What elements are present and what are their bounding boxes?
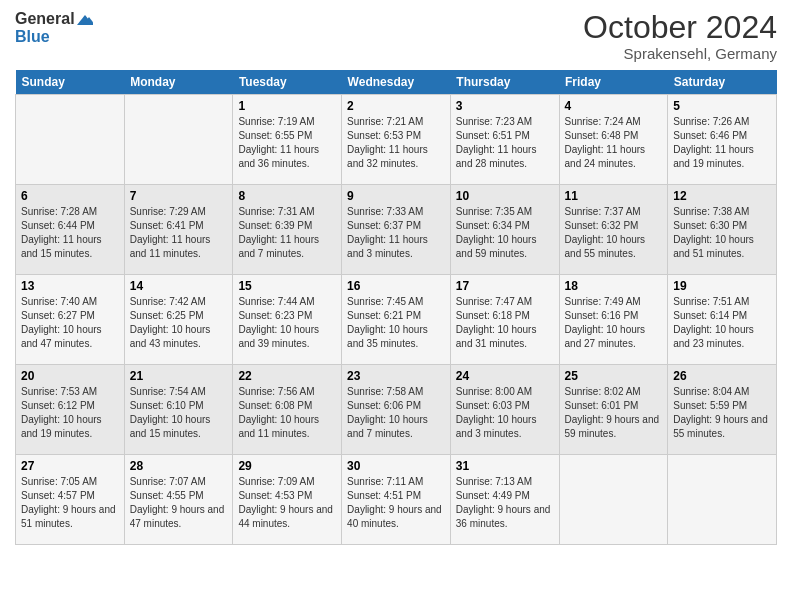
- cell-w5-d1: 27Sunrise: 7:05 AM Sunset: 4:57 PM Dayli…: [16, 455, 125, 545]
- day-number: 15: [238, 279, 336, 293]
- day-number: 23: [347, 369, 445, 383]
- cell-w4-d6: 25Sunrise: 8:02 AM Sunset: 6:01 PM Dayli…: [559, 365, 668, 455]
- cell-w4-d7: 26Sunrise: 8:04 AM Sunset: 5:59 PM Dayli…: [668, 365, 777, 455]
- day-number: 19: [673, 279, 771, 293]
- day-info: Sunrise: 7:51 AM Sunset: 6:14 PM Dayligh…: [673, 295, 771, 351]
- logo-blue: Blue: [15, 28, 93, 46]
- day-number: 8: [238, 189, 336, 203]
- day-info: Sunrise: 7:05 AM Sunset: 4:57 PM Dayligh…: [21, 475, 119, 531]
- day-number: 29: [238, 459, 336, 473]
- week-row-4: 20Sunrise: 7:53 AM Sunset: 6:12 PM Dayli…: [16, 365, 777, 455]
- cell-w1-d3: 1Sunrise: 7:19 AM Sunset: 6:55 PM Daylig…: [233, 95, 342, 185]
- day-number: 5: [673, 99, 771, 113]
- day-info: Sunrise: 7:09 AM Sunset: 4:53 PM Dayligh…: [238, 475, 336, 531]
- cell-w5-d2: 28Sunrise: 7:07 AM Sunset: 4:55 PM Dayli…: [124, 455, 233, 545]
- cell-w4-d3: 22Sunrise: 7:56 AM Sunset: 6:08 PM Dayli…: [233, 365, 342, 455]
- day-info: Sunrise: 7:42 AM Sunset: 6:25 PM Dayligh…: [130, 295, 228, 351]
- cell-w5-d5: 31Sunrise: 7:13 AM Sunset: 4:49 PM Dayli…: [450, 455, 559, 545]
- cell-w4-d4: 23Sunrise: 7:58 AM Sunset: 6:06 PM Dayli…: [342, 365, 451, 455]
- day-number: 11: [565, 189, 663, 203]
- day-info: Sunrise: 7:24 AM Sunset: 6:48 PM Dayligh…: [565, 115, 663, 171]
- day-info: Sunrise: 7:11 AM Sunset: 4:51 PM Dayligh…: [347, 475, 445, 531]
- day-number: 10: [456, 189, 554, 203]
- cell-w1-d1: [16, 95, 125, 185]
- day-info: Sunrise: 7:07 AM Sunset: 4:55 PM Dayligh…: [130, 475, 228, 531]
- day-info: Sunrise: 7:38 AM Sunset: 6:30 PM Dayligh…: [673, 205, 771, 261]
- title-block: October 2024 Sprakensehl, Germany: [583, 10, 777, 62]
- day-number: 25: [565, 369, 663, 383]
- day-info: Sunrise: 7:44 AM Sunset: 6:23 PM Dayligh…: [238, 295, 336, 351]
- day-info: Sunrise: 7:35 AM Sunset: 6:34 PM Dayligh…: [456, 205, 554, 261]
- day-number: 14: [130, 279, 228, 293]
- cell-w1-d6: 4Sunrise: 7:24 AM Sunset: 6:48 PM Daylig…: [559, 95, 668, 185]
- day-info: Sunrise: 7:21 AM Sunset: 6:53 PM Dayligh…: [347, 115, 445, 171]
- day-info: Sunrise: 7:45 AM Sunset: 6:21 PM Dayligh…: [347, 295, 445, 351]
- cell-w3-d6: 18Sunrise: 7:49 AM Sunset: 6:16 PM Dayli…: [559, 275, 668, 365]
- cell-w3-d3: 15Sunrise: 7:44 AM Sunset: 6:23 PM Dayli…: [233, 275, 342, 365]
- day-info: Sunrise: 7:40 AM Sunset: 6:27 PM Dayligh…: [21, 295, 119, 351]
- cell-w2-d7: 12Sunrise: 7:38 AM Sunset: 6:30 PM Dayli…: [668, 185, 777, 275]
- day-info: Sunrise: 7:37 AM Sunset: 6:32 PM Dayligh…: [565, 205, 663, 261]
- cell-w5-d7: [668, 455, 777, 545]
- week-row-3: 13Sunrise: 7:40 AM Sunset: 6:27 PM Dayli…: [16, 275, 777, 365]
- cell-w1-d7: 5Sunrise: 7:26 AM Sunset: 6:46 PM Daylig…: [668, 95, 777, 185]
- day-info: Sunrise: 7:49 AM Sunset: 6:16 PM Dayligh…: [565, 295, 663, 351]
- day-info: Sunrise: 7:23 AM Sunset: 6:51 PM Dayligh…: [456, 115, 554, 171]
- day-info: Sunrise: 8:00 AM Sunset: 6:03 PM Dayligh…: [456, 385, 554, 441]
- cell-w3-d4: 16Sunrise: 7:45 AM Sunset: 6:21 PM Dayli…: [342, 275, 451, 365]
- day-number: 17: [456, 279, 554, 293]
- header-thursday: Thursday: [450, 70, 559, 95]
- day-info: Sunrise: 8:02 AM Sunset: 6:01 PM Dayligh…: [565, 385, 663, 441]
- day-info: Sunrise: 7:58 AM Sunset: 6:06 PM Dayligh…: [347, 385, 445, 441]
- week-row-1: 1Sunrise: 7:19 AM Sunset: 6:55 PM Daylig…: [16, 95, 777, 185]
- week-row-2: 6Sunrise: 7:28 AM Sunset: 6:44 PM Daylig…: [16, 185, 777, 275]
- day-info: Sunrise: 7:13 AM Sunset: 4:49 PM Dayligh…: [456, 475, 554, 531]
- cell-w3-d2: 14Sunrise: 7:42 AM Sunset: 6:25 PM Dayli…: [124, 275, 233, 365]
- day-info: Sunrise: 7:56 AM Sunset: 6:08 PM Dayligh…: [238, 385, 336, 441]
- calendar-table: SundayMondayTuesdayWednesdayThursdayFrid…: [15, 70, 777, 545]
- logo-general: General: [15, 10, 93, 28]
- cell-w2-d5: 10Sunrise: 7:35 AM Sunset: 6:34 PM Dayli…: [450, 185, 559, 275]
- day-number: 18: [565, 279, 663, 293]
- header-sunday: Sunday: [16, 70, 125, 95]
- day-number: 9: [347, 189, 445, 203]
- day-info: Sunrise: 7:47 AM Sunset: 6:18 PM Dayligh…: [456, 295, 554, 351]
- main-title: October 2024: [583, 10, 777, 45]
- cell-w1-d4: 2Sunrise: 7:21 AM Sunset: 6:53 PM Daylig…: [342, 95, 451, 185]
- day-number: 21: [130, 369, 228, 383]
- header-friday: Friday: [559, 70, 668, 95]
- day-number: 4: [565, 99, 663, 113]
- day-info: Sunrise: 7:19 AM Sunset: 6:55 PM Dayligh…: [238, 115, 336, 171]
- day-number: 30: [347, 459, 445, 473]
- cell-w1-d5: 3Sunrise: 7:23 AM Sunset: 6:51 PM Daylig…: [450, 95, 559, 185]
- cell-w5-d6: [559, 455, 668, 545]
- day-number: 12: [673, 189, 771, 203]
- day-info: Sunrise: 7:26 AM Sunset: 6:46 PM Dayligh…: [673, 115, 771, 171]
- cell-w4-d5: 24Sunrise: 8:00 AM Sunset: 6:03 PM Dayli…: [450, 365, 559, 455]
- day-number: 13: [21, 279, 119, 293]
- cell-w5-d4: 30Sunrise: 7:11 AM Sunset: 4:51 PM Dayli…: [342, 455, 451, 545]
- day-number: 2: [347, 99, 445, 113]
- day-info: Sunrise: 7:28 AM Sunset: 6:44 PM Dayligh…: [21, 205, 119, 261]
- day-number: 26: [673, 369, 771, 383]
- day-number: 7: [130, 189, 228, 203]
- day-number: 6: [21, 189, 119, 203]
- sub-title: Sprakensehl, Germany: [583, 45, 777, 62]
- header-wednesday: Wednesday: [342, 70, 451, 95]
- week-row-5: 27Sunrise: 7:05 AM Sunset: 4:57 PM Dayli…: [16, 455, 777, 545]
- day-info: Sunrise: 7:29 AM Sunset: 6:41 PM Dayligh…: [130, 205, 228, 261]
- day-info: Sunrise: 7:33 AM Sunset: 6:37 PM Dayligh…: [347, 205, 445, 261]
- cell-w2-d4: 9Sunrise: 7:33 AM Sunset: 6:37 PM Daylig…: [342, 185, 451, 275]
- cell-w2-d1: 6Sunrise: 7:28 AM Sunset: 6:44 PM Daylig…: [16, 185, 125, 275]
- cell-w3-d1: 13Sunrise: 7:40 AM Sunset: 6:27 PM Dayli…: [16, 275, 125, 365]
- cell-w3-d7: 19Sunrise: 7:51 AM Sunset: 6:14 PM Dayli…: [668, 275, 777, 365]
- day-number: 16: [347, 279, 445, 293]
- day-number: 28: [130, 459, 228, 473]
- cell-w2-d6: 11Sunrise: 7:37 AM Sunset: 6:32 PM Dayli…: [559, 185, 668, 275]
- day-number: 27: [21, 459, 119, 473]
- day-number: 24: [456, 369, 554, 383]
- cell-w3-d5: 17Sunrise: 7:47 AM Sunset: 6:18 PM Dayli…: [450, 275, 559, 365]
- header: General Blue October 2024 Sprakensehl, G…: [15, 10, 777, 62]
- cell-w2-d3: 8Sunrise: 7:31 AM Sunset: 6:39 PM Daylig…: [233, 185, 342, 275]
- header-tuesday: Tuesday: [233, 70, 342, 95]
